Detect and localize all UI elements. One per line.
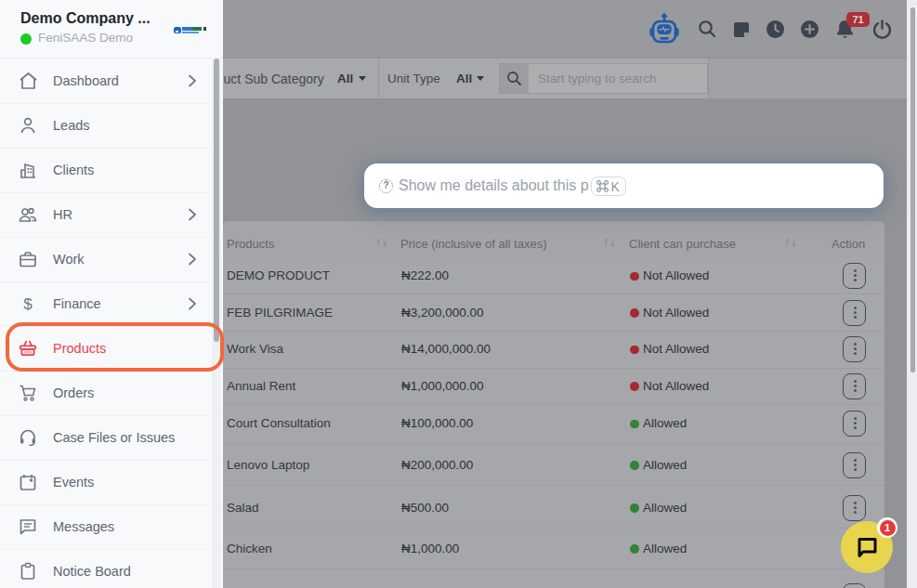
svg-text:$: $ xyxy=(23,295,33,313)
